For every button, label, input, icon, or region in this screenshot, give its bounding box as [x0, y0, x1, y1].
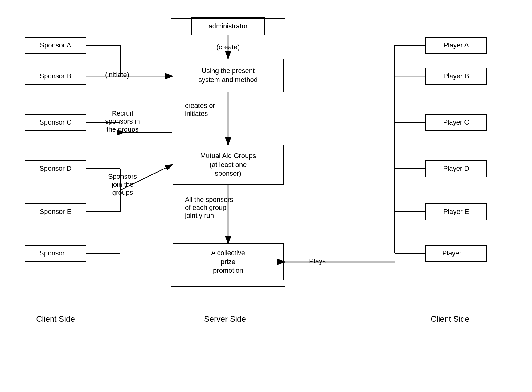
initiate-label: (initiate) — [96, 71, 139, 79]
player-b-box: Player B — [425, 68, 487, 85]
sponsor-d-box: Sponsor D — [25, 160, 86, 177]
creates-or-initiates-label: creates or initiates — [182, 102, 243, 118]
administrator-box: administrator — [191, 17, 265, 35]
client-side-right-label: Client Side — [413, 314, 487, 324]
create-label: (create) — [194, 43, 262, 51]
system-box: Using the present system and method — [173, 59, 284, 92]
player-more-box: Player … — [425, 245, 487, 262]
all-sponsors-label: All the sponsors of each group jointly r… — [182, 196, 250, 220]
diagram: administrator Using the present system a… — [0, 0, 532, 392]
sponsors-join-label: Sponsors join the groups — [96, 173, 149, 197]
mutual-aid-box: Mutual Aid Groups (at least one sponsor) — [173, 145, 284, 185]
collective-box: A collective prize promotion — [173, 243, 284, 280]
sponsor-b-box: Sponsor B — [25, 68, 86, 85]
player-c-box: Player C — [425, 114, 487, 131]
server-side-label: Server Side — [185, 314, 265, 324]
player-a-box: Player A — [425, 37, 487, 54]
client-side-left-label: Client Side — [18, 314, 92, 324]
recruit-label: Recruit sponsors in the groups — [96, 109, 149, 133]
player-e-box: Player E — [425, 203, 487, 220]
player-d-box: Player D — [425, 160, 487, 177]
sponsor-c-box: Sponsor C — [25, 114, 86, 131]
sponsor-more-box: Sponsor… — [25, 245, 86, 262]
sponsor-a-box: Sponsor A — [25, 37, 86, 54]
sponsor-e-box: Sponsor E — [25, 203, 86, 220]
plays-label: Plays — [302, 257, 333, 265]
